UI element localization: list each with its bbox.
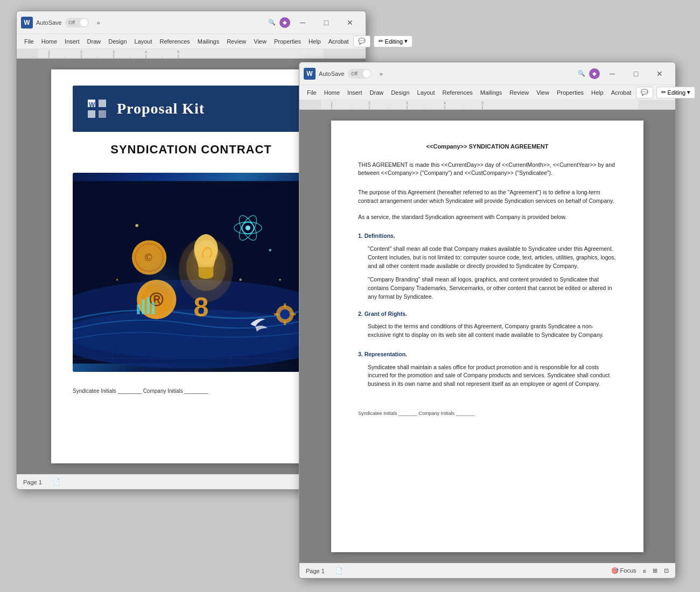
status-right-2: 🎯 Focus ≡ ⊞ ⊡ (611, 567, 669, 574)
menu-review-1[interactable]: Review (223, 37, 249, 46)
svg-text:4: 4 (444, 101, 446, 105)
cover-image: © Ⓡ 8 (73, 173, 310, 372)
gem-icon-1: ◆ (279, 17, 290, 28)
svg-text:3: 3 (113, 50, 115, 54)
svg-rect-81 (639, 100, 675, 110)
menu-acro-1[interactable]: Acrobat (325, 37, 352, 46)
svg-point-46 (239, 278, 242, 281)
svg-text:8: 8 (194, 292, 209, 323)
focus-icon-2[interactable]: 🎯 Focus (611, 567, 636, 574)
chevron-down-icon-1: ▾ (404, 38, 408, 45)
status-bar-2: Page 1 📄 🎯 Focus ≡ ⊞ ⊡ (299, 563, 675, 578)
toggle-knob-1 (80, 19, 88, 26)
comment-btn-2[interactable]: 💬 (636, 87, 653, 98)
word-window-2: W AutoSave Off » 🔍 ◆ ─ □ ✕ File Home Ins… (299, 62, 676, 579)
svg-rect-64 (299, 100, 675, 110)
ruler-2: 1 2 3 4 5 (299, 100, 675, 110)
svg-text:5: 5 (481, 101, 484, 105)
editing-label-1: Editing (385, 38, 403, 45)
menu-mail-1[interactable]: Mailings (194, 37, 222, 46)
svg-text:5: 5 (177, 50, 179, 54)
status-icon-doc-2: 📄 (335, 567, 343, 574)
search-icon-1[interactable]: 🔍 (265, 16, 278, 29)
doc-para-3: As a service, the standard Syndication a… (358, 213, 617, 222)
section2-title: 2. Grant of Rights. (358, 310, 617, 319)
section1-para2: "Company Branding" shall mean all logos,… (368, 276, 617, 301)
menu-layout-1[interactable]: Layout (131, 37, 156, 46)
menu-mail-2[interactable]: Mailings (477, 88, 505, 97)
svg-rect-17 (324, 49, 366, 59)
menu-layout-2[interactable]: Layout (414, 88, 438, 97)
menu-design-2[interactable]: Design (388, 88, 412, 97)
svg-point-43 (269, 249, 271, 251)
svg-point-63 (137, 255, 186, 305)
autosave-area-2: AutoSave Off (319, 69, 372, 79)
svg-rect-20 (99, 100, 106, 107)
section3-title: 3. Representation. (358, 350, 617, 359)
menu-bar-1: File Home Insert Draw Design Layout Refe… (17, 34, 366, 49)
pencil-icon-2: ✏ (661, 89, 666, 96)
menu-ref-1[interactable]: References (157, 37, 193, 46)
cover-header: W Proposal Kit (73, 86, 310, 132)
close-btn-2[interactable]: ✕ (648, 66, 671, 82)
autosave-toggle-1[interactable]: Off (65, 18, 89, 27)
minimize-btn-2[interactable]: ─ (601, 66, 624, 82)
menu-file-1[interactable]: File (21, 37, 37, 46)
menu-view-1[interactable]: View (250, 37, 270, 46)
menu-prop-1[interactable]: Properties (271, 37, 304, 46)
menu-ref-2[interactable]: References (439, 88, 476, 97)
page-label-1: Page 1 (23, 479, 42, 485)
zoom-icon-2[interactable]: ⊡ (664, 567, 669, 574)
autosave-toggle-2[interactable]: Off (348, 69, 372, 79)
close-btn-1[interactable]: ✕ (339, 15, 361, 31)
more-btn-2[interactable]: » (375, 67, 388, 80)
section2-para1: Subject to the terms and conditions of t… (368, 322, 617, 340)
menu-prop-2[interactable]: Properties (554, 88, 587, 97)
doc-para-1: THIS AGREEMENT is made this <<CurrentDay… (358, 161, 617, 178)
menu-file-2[interactable]: File (304, 88, 320, 97)
maximize-btn-2[interactable]: □ (625, 66, 647, 82)
menu-insert-1[interactable]: Insert (61, 37, 83, 46)
menu-home-2[interactable]: Home (321, 88, 343, 97)
svg-text:W: W (89, 101, 95, 109)
menu-design-1[interactable]: Design (105, 37, 130, 46)
doc-content: <<Company>> SYNDICATION AGREEMENT THIS A… (358, 142, 617, 417)
svg-rect-22 (99, 110, 106, 118)
autosave-area-1: AutoSave Off (36, 18, 89, 27)
cover-art-svg: © Ⓡ 8 (73, 173, 310, 372)
menu-insert-2[interactable]: Insert (344, 88, 366, 97)
pencil-icon-1: ✏ (379, 38, 383, 45)
svg-text:2: 2 (80, 50, 82, 54)
menu-acro-2[interactable]: Acrobat (608, 88, 635, 97)
editing-btn-1[interactable]: ✏ Editing ▾ (374, 36, 413, 47)
search-icon-2[interactable]: 🔍 (575, 67, 588, 80)
menu-draw-2[interactable]: Draw (367, 88, 387, 97)
initials-line-2: Syndicatee Initials _______ Company Init… (358, 410, 617, 418)
maximize-btn-1[interactable]: □ (315, 15, 338, 31)
menu-help-1[interactable]: Help (305, 37, 324, 46)
menu-home-1[interactable]: Home (38, 37, 60, 46)
menu-right-2: 💬 ✏ Editing ▾ (636, 87, 696, 98)
comment-icon-2: 💬 (641, 89, 648, 96)
editing-btn-2[interactable]: ✏ Editing ▾ (656, 87, 696, 98)
menu-draw-1[interactable]: Draw (84, 37, 104, 46)
title-bar-1: W AutoSave Off » 🔍 ◆ ─ □ ✕ (17, 11, 366, 34)
menu-review-2[interactable]: Review (506, 88, 532, 97)
window-controls-2: 🔍 ◆ ─ □ ✕ (575, 66, 671, 82)
svg-text:2: 2 (368, 101, 370, 105)
svg-text:4: 4 (145, 50, 147, 54)
more-btn-1[interactable]: » (92, 16, 105, 29)
svg-rect-50 (152, 302, 155, 314)
comment-btn-1[interactable]: 💬 (353, 36, 370, 47)
minimize-btn-1[interactable]: ─ (291, 15, 314, 31)
view-icon-2[interactable]: ≡ (643, 568, 646, 574)
layout-icon-2[interactable]: ⊞ (653, 567, 657, 574)
doc-main-title: <<Company>> SYNDICATION AGREEMENT (358, 142, 617, 151)
ruler-svg-1: 1 2 3 4 5 (17, 49, 366, 59)
menu-view-2[interactable]: View (533, 88, 552, 97)
svg-point-40 (246, 225, 250, 230)
status-icon-doc-1: 📄 (53, 478, 60, 485)
svg-rect-55 (274, 313, 278, 315)
menu-help-2[interactable]: Help (588, 88, 607, 97)
svg-point-45 (116, 279, 118, 281)
